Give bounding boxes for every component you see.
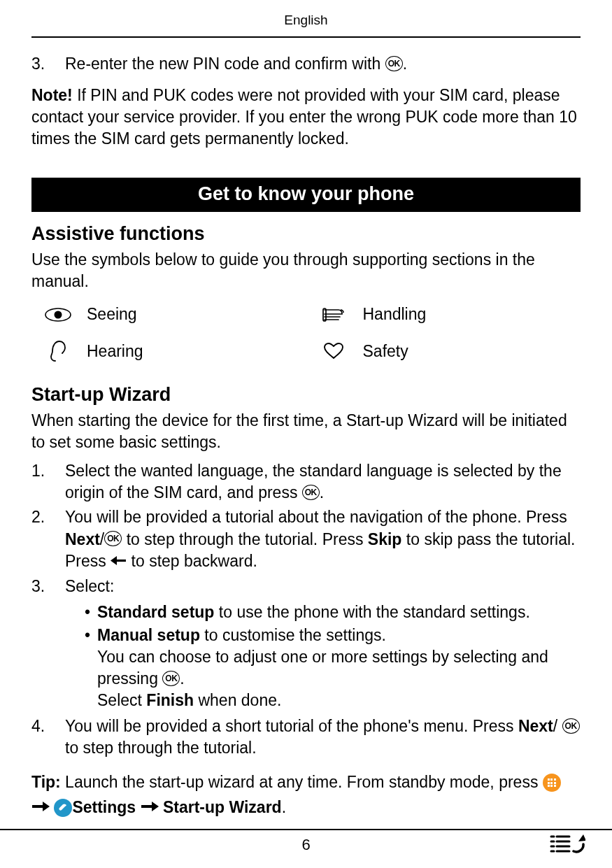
list-body: You will be provided a tutorial about th… xyxy=(65,506,581,573)
hearing-label: Hearing xyxy=(87,342,305,361)
text: . xyxy=(403,55,407,73)
text: to customise the settings. xyxy=(200,626,386,644)
text: . xyxy=(320,483,324,501)
eye-icon xyxy=(38,307,77,322)
list-body: Select: • Standard setup to use the phon… xyxy=(65,576,581,713)
assistive-intro: Use the symbols below to guide you throu… xyxy=(31,249,581,292)
wizard-step-1: 1. Select the wanted language, the stand… xyxy=(31,460,581,504)
list-number: 2. xyxy=(31,506,65,573)
wizard-intro: When starting the device for the first t… xyxy=(31,410,581,453)
text: to use the phone with the standard setti… xyxy=(214,603,529,621)
text: when done. xyxy=(194,691,281,709)
page-header: English xyxy=(31,13,581,34)
page-footer: 6 xyxy=(0,812,612,854)
safety-label: Safety xyxy=(363,342,581,361)
sub-body: Standard setup to use the phone with the… xyxy=(97,602,581,623)
text: to step through the tutorial. xyxy=(65,739,257,757)
seeing-label: Seeing xyxy=(87,305,305,324)
list-body: You will be provided a short tutorial of… xyxy=(65,716,581,759)
ok-icon: OK xyxy=(162,671,180,686)
ok-icon: OK xyxy=(385,56,403,71)
text: Select xyxy=(97,691,146,709)
text: Launch the start-up wizard at any time. … xyxy=(61,773,543,791)
finish-label: Finish xyxy=(146,691,194,709)
heart-icon xyxy=(315,343,353,360)
text: . xyxy=(180,669,184,688)
manual-setup-label: Manual setup xyxy=(97,626,200,644)
list-number: 3. xyxy=(31,576,65,713)
apps-menu-icon xyxy=(543,774,561,792)
toc-return-icon[interactable] xyxy=(549,833,585,857)
bullet: • xyxy=(65,602,97,623)
wizard-step-3: 3. Select: • Standard setup to use the p… xyxy=(31,576,581,713)
wizard-step-2: 2. You will be provided a tutorial about… xyxy=(31,506,581,573)
skip-label: Skip xyxy=(368,530,402,548)
ok-icon: OK xyxy=(562,718,580,734)
svg-marker-8 xyxy=(152,802,159,811)
text: to step through the tutorial. Press xyxy=(122,530,368,548)
svg-marker-6 xyxy=(43,802,50,811)
list-body: Select the wanted language, the standard… xyxy=(65,460,581,504)
ear-icon xyxy=(38,339,77,363)
svg-marker-4 xyxy=(111,556,117,565)
section-banner: Get to know your phone xyxy=(31,178,581,212)
text: Re-enter the new PIN code and confirm wi… xyxy=(65,55,380,73)
text: You will be provided a short tutorial of… xyxy=(65,717,518,735)
sub-item-standard: • Standard setup to use the phone with t… xyxy=(65,602,581,623)
next-label: Next xyxy=(518,717,553,735)
text: to step backward. xyxy=(127,552,257,570)
list-number: 3. xyxy=(31,53,65,75)
sub-body: Manual setup to customise the settings. … xyxy=(97,625,581,711)
heading-wizard: Start-up Wizard xyxy=(31,384,581,406)
note-paragraph: Note! If PIN and PUK codes were not prov… xyxy=(31,85,581,150)
sub-list: • Standard setup to use the phone with t… xyxy=(65,602,581,711)
tip-label: Tip: xyxy=(31,773,61,791)
select-label: Select: xyxy=(65,577,114,595)
wizard-step-4: 4. You will be provided a short tutorial… xyxy=(31,716,581,759)
slash: / xyxy=(553,717,557,735)
list-number: 4. xyxy=(31,716,65,759)
handling-label: Handling xyxy=(363,305,581,324)
svg-point-1 xyxy=(54,311,62,318)
bullet: • xyxy=(65,625,97,711)
text: You will be provided a tutorial about th… xyxy=(65,508,567,526)
ok-icon: OK xyxy=(302,485,320,500)
next-label: Next xyxy=(65,530,100,548)
ok-icon: OK xyxy=(104,531,122,546)
heading-assistive: Assistive functions xyxy=(31,223,581,245)
note-text: If PIN and PUK codes were not provided w… xyxy=(31,86,577,148)
footer-rule xyxy=(0,829,612,830)
note-label: Note! xyxy=(31,86,73,104)
sub-item-manual: • Manual setup to customise the settings… xyxy=(65,625,581,711)
svg-marker-17 xyxy=(578,834,585,841)
page-number: 6 xyxy=(0,836,612,854)
back-arrow-icon xyxy=(111,550,127,572)
hand-icon xyxy=(315,306,353,324)
list-body: Re-enter the new PIN code and confirm wi… xyxy=(65,53,407,75)
list-number: 1. xyxy=(31,460,65,504)
header-rule xyxy=(31,36,581,38)
standard-setup-label: Standard setup xyxy=(97,603,214,621)
assistive-grid: Seeing Handling Hearing Safety xyxy=(38,305,581,363)
list-item-3: 3. Re-enter the new PIN code and confirm… xyxy=(31,53,581,75)
